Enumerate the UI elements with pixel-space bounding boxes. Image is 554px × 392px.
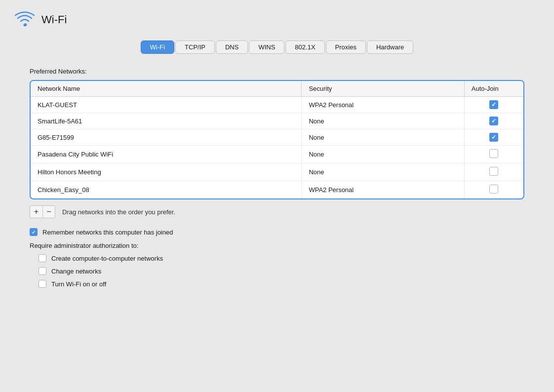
wifi-onoff-row: Turn Wi-Fi on or off [39,280,524,288]
network-autojoin-cell[interactable] [464,181,523,199]
drag-hint: Drag networks into the order you prefer. [62,208,175,216]
table-row: Pasadena City Public WiFiNone [31,146,523,163]
wifi-icon [15,10,35,30]
autojoin-checkbox-unchecked[interactable] [489,185,498,194]
network-name-cell: Pasadena City Public WiFi [31,146,302,163]
remove-network-button[interactable]: − [42,205,55,218]
tabs-bar: Wi-Fi TCP/IP DNS WINS 802.1X Proxies Har… [15,40,539,54]
network-name-cell: Hilton Honors Meeting [31,163,302,181]
autojoin-checkbox-unchecked[interactable] [489,167,498,176]
create-networks-label: Create computer-to-computer networks [51,255,163,262]
network-name-cell: SmartLife-5A61 [31,113,302,129]
network-security-cell: None [302,129,464,146]
require-admin-label: Require administrator authorization to: [30,242,524,249]
tab-hardware[interactable]: Hardware [367,40,413,54]
network-name-cell: Chicken_Easy_08 [31,181,302,199]
create-networks-checkbox[interactable] [39,254,46,262]
change-networks-row: Change networks [39,267,524,275]
col-header-autojoin: Auto-Join [464,81,523,97]
network-name-cell: KLAT-GUEST [31,97,302,113]
wifi-tab-content: Preferred Networks: Network Name Securit… [15,68,539,288]
networks-table: Network Name Security Auto-Join KLAT-GUE… [31,81,523,198]
page-title: Wi-Fi [41,13,67,26]
tab-dns[interactable]: DNS [216,40,248,54]
tab-wifi[interactable]: Wi-Fi [141,40,174,54]
network-security-cell: None [302,146,464,163]
network-security-cell: WPA2 Personal [302,97,464,113]
remember-networks-label: Remember networks this computer has join… [42,229,173,236]
table-controls: + − Drag networks into the order you pre… [30,205,524,218]
table-row: SmartLife-5A61None [31,113,523,129]
network-autojoin-cell[interactable] [464,129,523,146]
autojoin-checkbox-checked[interactable] [489,117,498,125]
col-header-name: Network Name [31,81,302,97]
network-security-cell: None [302,163,464,181]
sub-options: Create computer-to-computer networks Cha… [39,254,524,288]
tab-tcpip[interactable]: TCP/IP [175,40,215,54]
network-name-cell: G85-E71599 [31,129,302,146]
tab-proxies[interactable]: Proxies [326,40,366,54]
network-autojoin-cell[interactable] [464,146,523,163]
tab-wins[interactable]: WINS [249,40,284,54]
network-autojoin-cell[interactable] [464,97,523,113]
network-autojoin-cell[interactable] [464,113,523,129]
col-header-security: Security [302,81,464,97]
create-networks-row: Create computer-to-computer networks [39,254,524,262]
networks-table-container: Network Name Security Auto-Join KLAT-GUE… [30,80,524,199]
preferred-networks-label: Preferred Networks: [30,68,524,75]
remember-networks-checkbox[interactable] [30,228,38,236]
table-row: Chicken_Easy_08WPA2 Personal [31,181,523,199]
autojoin-checkbox-checked[interactable] [489,100,498,109]
change-networks-label: Change networks [51,268,101,275]
tab-8021x[interactable]: 802.1X [285,40,324,54]
table-row: G85-E71599None [31,129,523,146]
header: Wi-Fi [15,10,539,30]
remember-networks-row: Remember networks this computer has join… [30,228,524,236]
wifi-onoff-label: Turn Wi-Fi on or off [51,280,106,288]
add-network-button[interactable]: + [30,205,42,218]
network-autojoin-cell[interactable] [464,163,523,181]
wifi-onoff-checkbox[interactable] [39,280,46,288]
change-networks-checkbox[interactable] [39,267,46,275]
table-header-row: Network Name Security Auto-Join [31,81,523,97]
svg-point-0 [24,24,26,27]
network-security-cell: None [302,113,464,129]
autojoin-checkbox-checked[interactable] [489,133,498,142]
table-row: Hilton Honors MeetingNone [31,163,523,181]
table-row: KLAT-GUESTWPA2 Personal [31,97,523,113]
autojoin-checkbox-unchecked[interactable] [489,149,498,158]
network-security-cell: WPA2 Personal [302,181,464,199]
